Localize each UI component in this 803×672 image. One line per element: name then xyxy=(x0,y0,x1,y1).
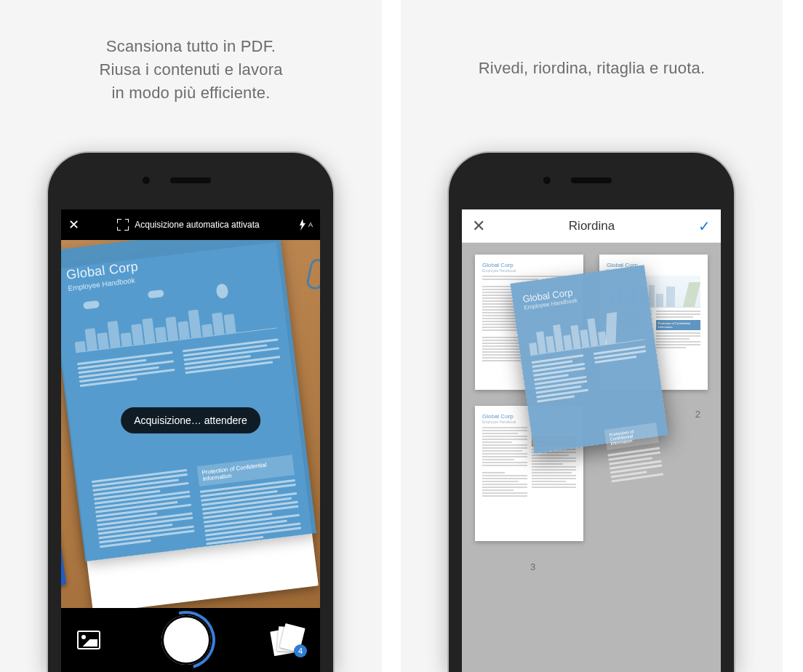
capture-status-toast: Acquisizione… attendere xyxy=(121,407,260,433)
close-icon[interactable]: ✕ xyxy=(68,217,79,233)
phone-frame-right: ✕ Riordina ✓ Global Corp Employee Handbo… xyxy=(449,153,734,672)
gallery-button[interactable] xyxy=(77,631,100,649)
page-number-label: 3 xyxy=(530,561,535,572)
page-count-badge: 4 xyxy=(294,644,307,657)
capture-mode-toggle[interactable]: Acquisizione automatica attivata xyxy=(87,219,290,231)
screen-title: Riordina xyxy=(569,219,615,233)
scan-top-bar: ✕ Acquisizione automatica attivata A xyxy=(61,209,320,240)
page-thumbnail-dragging[interactable]: Global Corp Employee Handbook xyxy=(510,265,668,454)
auto-capture-icon xyxy=(117,219,129,231)
reorder-top-bar: ✕ Riordina ✓ xyxy=(462,209,721,243)
flash-toggle[interactable]: A xyxy=(297,219,313,231)
promo-headline-left: Scansiona tutto in PDF. Riusa i contenut… xyxy=(0,0,382,105)
thumb-doc-title: Global Corp xyxy=(482,262,576,268)
shutter-button[interactable] xyxy=(161,615,211,665)
capture-mode-label: Acquisizione automatica attivata xyxy=(135,220,259,230)
detected-document-overlay: Global Corp Employee Handbook xyxy=(61,240,316,561)
page-grid[interactable]: Global Corp Employee Handbook Global Cor… xyxy=(462,243,721,672)
phone-frame-left: ✕ Acquisizione automatica attivata A Glo… xyxy=(48,153,333,672)
phone-screen-scan: ✕ Acquisizione automatica attivata A Glo… xyxy=(61,209,320,672)
flash-mode-label: A xyxy=(308,221,313,228)
thumb-section-heading: Protection of Confidential Information xyxy=(656,320,701,330)
camera-viewfinder[interactable]: Global Corp Employee Handbook xyxy=(61,240,320,608)
confirm-button[interactable]: ✓ xyxy=(698,217,711,235)
promo-headline-right: Rivedi, riordina, ritaglia e ruota. xyxy=(401,0,783,80)
screenshot-panel-scan: Scansiona tutto in PDF. Riusa i contenut… xyxy=(0,0,382,672)
captured-pages-button[interactable]: 4 xyxy=(272,625,304,655)
camera-bottom-bar: 4 xyxy=(61,608,320,672)
page-number-label: 2 xyxy=(695,409,700,420)
screenshot-panel-reorder: Rivedi, riordina, ritaglia e ruota. ✕ Ri… xyxy=(401,0,783,672)
desk-pen-graphic xyxy=(61,448,66,587)
paperclip-graphic xyxy=(305,257,320,291)
thumb-doc-subtitle: Employee Handbook xyxy=(482,268,576,273)
close-icon[interactable]: ✕ xyxy=(472,217,485,236)
phone-screen-reorder: ✕ Riordina ✓ Global Corp Employee Handbo… xyxy=(462,209,721,672)
